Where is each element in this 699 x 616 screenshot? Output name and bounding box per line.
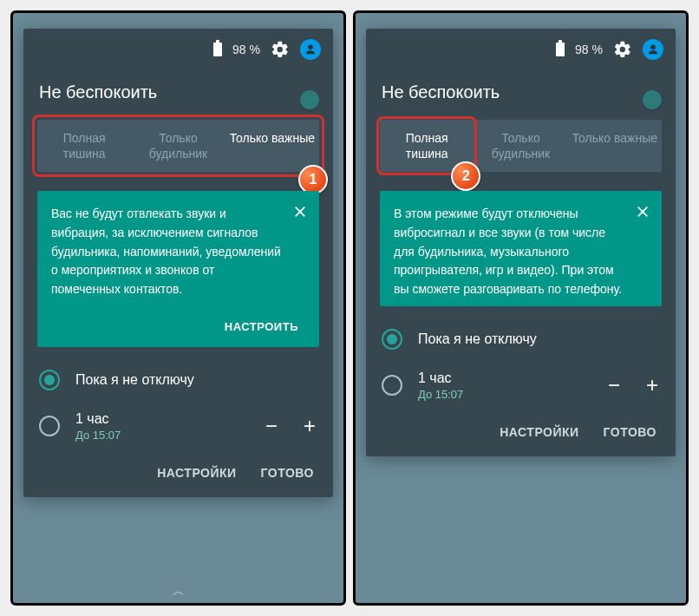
screenshot-left: 98 % Не беспокоить Полная тишина Только … xyxy=(10,10,346,606)
decrement-button[interactable]: − xyxy=(606,375,622,396)
battery-icon xyxy=(556,43,565,56)
close-icon[interactable] xyxy=(290,201,310,222)
info-card-text: В этом режиме будут отключены вибросигна… xyxy=(394,205,648,298)
configure-button[interactable]: НАСТРОИТЬ xyxy=(218,311,305,340)
panel-actions: НАСТРОЙКИ ГОТОВО xyxy=(366,411,676,456)
settings-button[interactable]: НАСТРОЙКИ xyxy=(500,425,578,439)
info-card: Вас не будут отвлекать звуки и вибрация,… xyxy=(37,191,319,346)
decrement-button[interactable]: − xyxy=(264,416,279,436)
page-title: Не беспокоить xyxy=(39,82,157,102)
duration-option-indefinite[interactable]: Пока я не отключу xyxy=(366,318,676,360)
radio-selected-icon xyxy=(382,329,402,350)
screenshot-right: 98 % Не беспокоить Полная тишина 2 Тол xyxy=(353,10,689,606)
radio-selected-icon xyxy=(39,370,60,390)
page-title: Не беспокоить xyxy=(382,82,500,102)
tab-total-silence[interactable]: Полная тишина 2 xyxy=(380,120,474,172)
chevron-up-icon[interactable]: ︿ xyxy=(173,584,185,600)
avatar-icon[interactable] xyxy=(643,39,663,60)
duration-option-1hour[interactable]: 1 час До 15:07 − + xyxy=(23,401,333,452)
annotation-badge-1: 1 xyxy=(298,165,328,194)
duration-indefinite-label: Пока я не отключу xyxy=(418,331,660,347)
dnd-mode-tabs: Полная тишина Только будильник Только ва… xyxy=(37,120,319,172)
gear-icon[interactable] xyxy=(271,40,290,59)
duration-indefinite-label: Пока я не отключу xyxy=(75,372,317,388)
svg-point-0 xyxy=(308,45,313,50)
done-button[interactable]: ГОТОВО xyxy=(261,466,314,480)
duration-1hour-until: До 15:07 xyxy=(418,388,591,401)
duration-1hour-until: До 15:07 xyxy=(75,429,248,442)
info-card-text: Вас не будут отвлекать звуки и вибрация,… xyxy=(51,205,305,298)
duration-option-1hour[interactable]: 1 час До 15:07 − + xyxy=(366,360,676,411)
duration-1hour-label: 1 час xyxy=(75,411,248,427)
tab-priority-only[interactable]: Только важные xyxy=(568,120,662,172)
annotation-outline-all-tabs xyxy=(32,115,324,177)
battery-text: 98 % xyxy=(575,43,603,56)
radio-unselected-icon xyxy=(39,416,60,436)
quicksettings-panel: 98 % Не беспокоить Полная тишина 2 Тол xyxy=(366,29,676,456)
quicksettings-panel: 98 % Не беспокоить Полная тишина Только … xyxy=(23,29,333,497)
dnd-mode-tabs: Полная тишина 2 Только будильник Только … xyxy=(380,120,662,172)
battery-icon xyxy=(213,43,222,56)
tab-alarms-only[interactable]: Только будильник xyxy=(474,120,567,172)
increment-button[interactable]: + xyxy=(302,416,317,436)
increment-button[interactable]: + xyxy=(644,375,660,396)
settings-button[interactable]: НАСТРОЙКИ xyxy=(157,466,236,480)
duration-1hour-label: 1 час xyxy=(418,370,591,386)
annotation-badge-2: 2 xyxy=(451,161,480,191)
gear-icon[interactable] xyxy=(613,40,632,59)
close-icon[interactable] xyxy=(632,201,653,222)
svg-point-3 xyxy=(650,45,656,50)
info-card: В этом режиме будут отключены вибросигна… xyxy=(380,191,662,305)
dnd-header: Не беспокоить xyxy=(366,65,676,120)
battery-text: 98 % xyxy=(232,43,260,56)
dnd-header: Не беспокоить xyxy=(23,65,333,120)
panel-actions: НАСТРОЙКИ ГОТОВО xyxy=(23,452,333,497)
duration-option-indefinite[interactable]: Пока я не отключу xyxy=(23,359,333,401)
avatar-icon[interactable] xyxy=(300,39,321,60)
status-bar: 98 % xyxy=(23,29,333,65)
done-button[interactable]: ГОТОВО xyxy=(604,425,657,439)
radio-unselected-icon xyxy=(382,375,402,396)
status-bar: 98 % xyxy=(366,29,676,65)
